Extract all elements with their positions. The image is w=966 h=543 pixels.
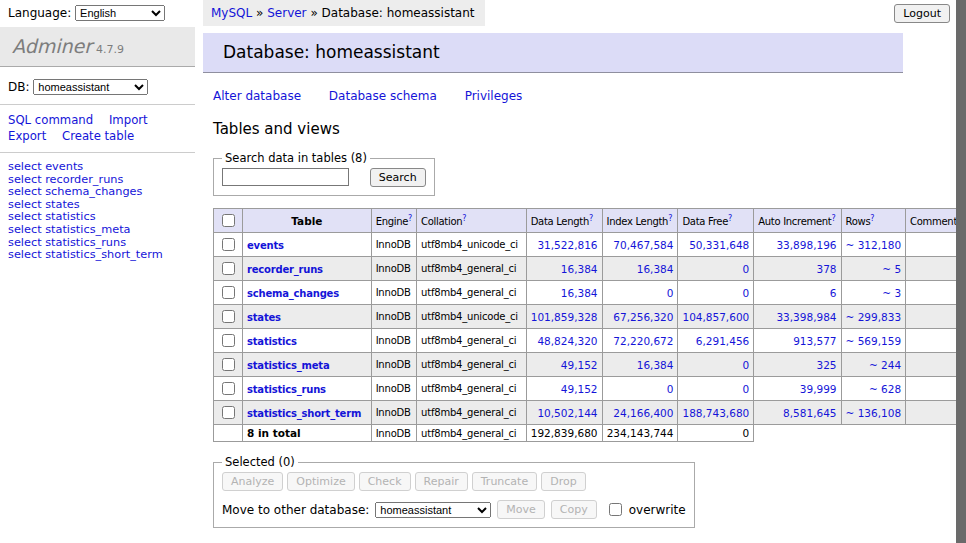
search-input[interactable] bbox=[222, 168, 349, 186]
help-link[interactable]: ? bbox=[668, 214, 672, 223]
index-length-link[interactable]: 70,467,584 bbox=[613, 239, 673, 251]
rows-link[interactable]: ~ 299,833 bbox=[846, 311, 902, 323]
bulk-action-button[interactable]: Analyze bbox=[222, 472, 283, 491]
alter-database-link[interactable]: Alter database bbox=[213, 89, 301, 103]
rows-link[interactable]: ~ 5 bbox=[882, 263, 901, 275]
auto-increment-link[interactable]: 325 bbox=[817, 359, 837, 371]
data-free-link[interactable]: 0 bbox=[743, 359, 750, 371]
index-length-link[interactable]: 67,256,320 bbox=[613, 311, 673, 323]
rows-link[interactable]: ~ 312,180 bbox=[846, 239, 902, 251]
sidebar-divider bbox=[0, 152, 195, 153]
breadcrumb-server-link[interactable]: Server bbox=[267, 6, 306, 20]
row-checkbox[interactable] bbox=[222, 358, 235, 371]
sidebar-select-link[interactable]: select statistics_short_term bbox=[8, 249, 187, 262]
data-length-cell: 16,384 bbox=[526, 257, 602, 281]
auto-increment-link[interactable]: 8,581,645 bbox=[783, 407, 836, 419]
index-length-link[interactable]: 0 bbox=[667, 287, 674, 299]
tables-and-views-heading: Tables and views bbox=[213, 120, 966, 138]
table-name-link[interactable]: statistics_short_term bbox=[247, 408, 361, 419]
help-link[interactable]: ? bbox=[870, 214, 874, 223]
data-length-link[interactable]: 101,859,328 bbox=[531, 311, 598, 323]
table-name-link[interactable]: schema_changes bbox=[247, 288, 339, 299]
table-name-link[interactable]: statistics bbox=[247, 336, 297, 347]
data-length-cell: 49,152 bbox=[526, 377, 602, 401]
row-checkbox[interactable] bbox=[222, 238, 235, 251]
rows-link[interactable]: ~ 3 bbox=[882, 287, 901, 299]
help-link[interactable]: ? bbox=[589, 214, 593, 223]
row-checkbox[interactable] bbox=[222, 310, 235, 323]
import-link[interactable]: Import bbox=[109, 113, 148, 127]
bulk-action-button[interactable]: Drop bbox=[541, 472, 585, 491]
column-header: Auto Increment? bbox=[754, 209, 841, 233]
export-link[interactable]: Export bbox=[8, 129, 46, 143]
breadcrumb-current: Database: homeassistant bbox=[322, 6, 475, 20]
data-free-link[interactable]: 104,857,600 bbox=[682, 311, 749, 323]
table-name-cell: statistics_meta bbox=[243, 353, 372, 377]
auto-increment-link[interactable]: 39,999 bbox=[800, 383, 837, 395]
auto-increment-link[interactable]: 378 bbox=[817, 263, 837, 275]
rows-link[interactable]: ~ 628 bbox=[869, 383, 901, 395]
table-name-link[interactable]: statistics_runs bbox=[247, 384, 326, 395]
row-checkbox[interactable] bbox=[222, 406, 235, 419]
data-length-link[interactable]: 49,152 bbox=[561, 359, 598, 371]
auto-increment-link[interactable]: 33,898,196 bbox=[776, 239, 836, 251]
index-length-link[interactable]: 24,166,400 bbox=[613, 407, 673, 419]
help-link[interactable]: ? bbox=[831, 214, 835, 223]
language-select[interactable]: English bbox=[75, 5, 165, 21]
table-name-link[interactable]: recorder_runs bbox=[247, 264, 323, 275]
bulk-action-button[interactable]: Optimize bbox=[287, 472, 354, 491]
auto-increment-link[interactable]: 6 bbox=[830, 287, 837, 299]
move-button[interactable]: Move bbox=[497, 500, 545, 519]
data-free-link[interactable]: 0 bbox=[743, 287, 750, 299]
data-free-link[interactable]: 0 bbox=[743, 383, 750, 395]
logout-button[interactable]: Logout bbox=[894, 4, 950, 23]
overwrite-checkbox[interactable] bbox=[609, 503, 622, 516]
help-link[interactable]: ? bbox=[728, 214, 732, 223]
table-name-link[interactable]: events bbox=[247, 240, 284, 251]
privileges-link[interactable]: Privileges bbox=[465, 89, 523, 103]
data-length-link[interactable]: 10,502,144 bbox=[537, 407, 597, 419]
row-checkbox[interactable] bbox=[222, 286, 235, 299]
copy-button[interactable]: Copy bbox=[551, 500, 597, 519]
help-link[interactable]: ? bbox=[462, 214, 466, 223]
rows-link[interactable]: ~ 569,159 bbox=[846, 335, 902, 347]
scrollbar[interactable] bbox=[956, 0, 966, 543]
table-name-link[interactable]: states bbox=[247, 312, 281, 323]
help-link[interactable]: ? bbox=[408, 214, 412, 223]
column-header-table[interactable]: Table bbox=[243, 209, 372, 233]
rows-link[interactable]: ~ 136,108 bbox=[846, 407, 902, 419]
data-free-link[interactable]: 188,743,680 bbox=[682, 407, 749, 419]
index-length-link[interactable]: 16,384 bbox=[637, 263, 674, 275]
data-length-link[interactable]: 49,152 bbox=[561, 383, 598, 395]
breadcrumb-mysql-link[interactable]: MySQL bbox=[211, 6, 252, 20]
data-free-link[interactable]: 50,331,648 bbox=[689, 239, 749, 251]
create-table-link[interactable]: Create table bbox=[62, 129, 134, 143]
search-button[interactable]: Search bbox=[370, 168, 426, 187]
bulk-action-button[interactable]: Check bbox=[359, 472, 411, 491]
index-length-link[interactable]: 0 bbox=[667, 383, 674, 395]
auto-increment-link[interactable]: 913,577 bbox=[793, 335, 836, 347]
engine-cell: InnoDB bbox=[371, 377, 416, 401]
db-select[interactable]: homeassistant bbox=[33, 79, 148, 95]
bulk-action-button[interactable]: Truncate bbox=[472, 472, 537, 491]
database-schema-link[interactable]: Database schema bbox=[329, 89, 437, 103]
data-length-link[interactable]: 16,384 bbox=[561, 287, 598, 299]
row-checkbox[interactable] bbox=[222, 382, 235, 395]
data-free-link[interactable]: 6,291,456 bbox=[696, 335, 749, 347]
bulk-action-button[interactable]: Repair bbox=[415, 472, 468, 491]
data-free-link[interactable]: 0 bbox=[743, 263, 750, 275]
auto-increment-cell: 39,999 bbox=[754, 377, 841, 401]
index-length-link[interactable]: 16,384 bbox=[637, 359, 674, 371]
row-checkbox[interactable] bbox=[222, 334, 235, 347]
rows-link[interactable]: ~ 244 bbox=[869, 359, 901, 371]
table-name-link[interactable]: statistics_meta bbox=[247, 360, 329, 371]
index-length-link[interactable]: 72,220,672 bbox=[613, 335, 673, 347]
row-checkbox[interactable] bbox=[222, 262, 235, 275]
select-all-checkbox[interactable] bbox=[222, 214, 235, 227]
auto-increment-link[interactable]: 33,398,984 bbox=[776, 311, 836, 323]
move-db-select[interactable]: homeassistant bbox=[375, 502, 491, 518]
data-length-link[interactable]: 48,824,320 bbox=[537, 335, 597, 347]
sql-command-link[interactable]: SQL command bbox=[8, 113, 93, 127]
data-length-link[interactable]: 16,384 bbox=[561, 263, 598, 275]
data-length-link[interactable]: 31,522,816 bbox=[537, 239, 597, 251]
